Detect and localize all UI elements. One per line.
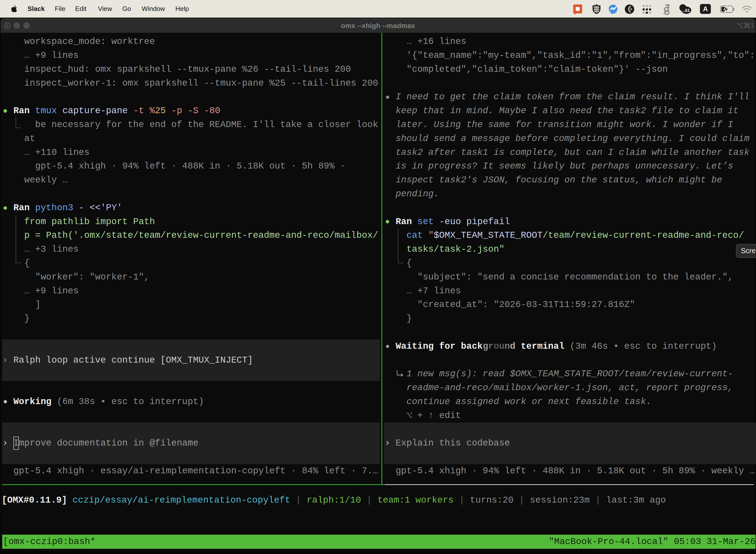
- svg-text:1: 1: [751, 22, 754, 29]
- svg-text:..61: ..61: [683, 8, 690, 13]
